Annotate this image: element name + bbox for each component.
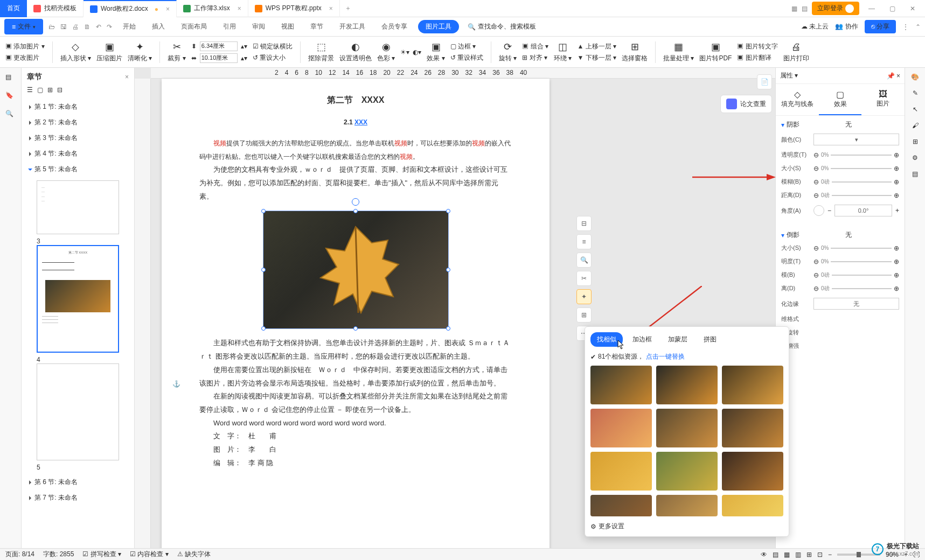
tab-xlsx[interactable]: 工作簿3.xlsx× xyxy=(177,0,248,17)
selection-pane-button[interactable]: ⊞选择窗格 xyxy=(622,41,648,63)
doc-tool-icon[interactable]: 📄 xyxy=(757,74,772,89)
zoom-option-icon[interactable]: 🔍 xyxy=(576,253,592,268)
rail-icon[interactable]: ⊞ xyxy=(913,138,918,145)
cooperate-button[interactable]: 👥 协作 xyxy=(835,22,858,31)
similar-image[interactable] xyxy=(722,452,783,491)
chevron-up-icon[interactable]: ⌃ xyxy=(915,23,921,31)
similar-image[interactable] xyxy=(656,366,718,404)
menu-review[interactable]: 审阅 xyxy=(247,17,270,37)
page-indicator[interactable]: 页面: 8/14 xyxy=(5,550,34,559)
angle-input[interactable]: 0.0° xyxy=(834,205,892,216)
chapter-item-selected[interactable]: 第 5 节: 未命名 xyxy=(27,162,129,177)
rail-icon[interactable]: 🖌 xyxy=(912,122,919,129)
pic-to-text-button[interactable]: ▣ 图片转文字 xyxy=(737,42,777,51)
chapter-item[interactable]: 第 3 节: 未命名 xyxy=(27,130,129,146)
reset-size-button[interactable]: ↺ 重设大小 xyxy=(253,53,293,62)
popup-tab-collage[interactable]: 拼图 xyxy=(697,332,723,347)
menu-references[interactable]: 引用 xyxy=(218,17,241,37)
view-icon[interactable]: ▥ xyxy=(795,551,801,558)
slider-inc[interactable]: ⊕ xyxy=(894,178,899,186)
similar-image[interactable] xyxy=(656,495,718,516)
send-backward-button[interactable]: ▼ 下移一层 ▾ xyxy=(577,53,616,62)
pic-to-pdf-button[interactable]: ▣图片转PDF xyxy=(699,41,732,63)
more-icon[interactable]: ⋮ xyxy=(902,23,909,31)
slider-dec[interactable]: ⊖ xyxy=(813,271,819,279)
slider-inc[interactable]: ⊕ xyxy=(894,165,899,172)
cloud-status[interactable]: ☁ 未上云 xyxy=(801,22,829,31)
chapter-item[interactable]: 第 2 节: 未命名 xyxy=(27,115,129,130)
resize-handle[interactable] xyxy=(446,209,450,213)
selected-image[interactable] xyxy=(263,211,449,329)
slider-dec[interactable]: ⊖ xyxy=(813,192,819,199)
close-icon[interactable]: × xyxy=(238,5,241,12)
tab-word-doc[interactable]: Word教程2.docx●× xyxy=(84,0,177,17)
view-icon[interactable]: 👁 xyxy=(761,551,767,558)
slider-inc[interactable]: ⊕ xyxy=(894,285,899,292)
chapter-item[interactable]: 第 4 节: 未命名 xyxy=(27,146,129,162)
save-icon[interactable]: 🖫 xyxy=(60,23,67,31)
resize-handle[interactable] xyxy=(446,268,450,272)
softedge-select[interactable]: 无 xyxy=(813,298,899,310)
sidebar-tool-icon[interactable]: ⊞ xyxy=(47,86,53,94)
resize-handle[interactable] xyxy=(261,209,266,213)
resize-handle[interactable] xyxy=(446,326,450,331)
print-icon[interactable]: 🖨 xyxy=(72,23,79,31)
undo-icon[interactable]: ↶ xyxy=(96,23,101,31)
rail-icon[interactable]: 🎨 xyxy=(911,73,919,81)
close-icon[interactable]: × xyxy=(329,5,333,12)
section-reflection[interactable]: ▾ 倒影无 xyxy=(781,230,899,240)
vertical-ruler[interactable] xyxy=(135,79,151,548)
redo-icon[interactable]: ↷ xyxy=(107,23,112,31)
home-tab[interactable]: 首页 xyxy=(0,0,27,17)
similar-image[interactable] xyxy=(656,452,718,491)
rotate-handle[interactable] xyxy=(352,198,359,206)
menu-chapter[interactable]: 章节 xyxy=(305,17,329,37)
popup-tab-border[interactable]: 加边框 xyxy=(626,332,658,347)
fit-icon[interactable]: ⊡ xyxy=(817,551,823,558)
horizontal-ruler[interactable]: 2 4 6 8 10 12 14 16 18 20 22 24 26 28 30… xyxy=(151,68,775,79)
color-button[interactable]: ◉色彩 ▾ xyxy=(377,41,395,63)
stepper-icon[interactable]: ▴▾ xyxy=(241,54,247,62)
effect-button[interactable]: ▣效果 ▾ xyxy=(427,41,444,63)
similar-image[interactable] xyxy=(722,495,783,516)
preview-icon[interactable]: 🗎 xyxy=(84,23,91,31)
command-search[interactable]: 🔍查找命令、搜索模板 xyxy=(468,22,536,31)
grid-option-icon[interactable]: ⊞ xyxy=(576,307,592,323)
pic-print-button[interactable]: 🖨图片打印 xyxy=(783,41,809,63)
color-select[interactable]: ▾ xyxy=(813,134,899,145)
tab-fill-line[interactable]: ◇填充与线条 xyxy=(776,84,819,115)
compress-button[interactable]: ▣压缩图片 xyxy=(96,41,122,63)
view-icon[interactable]: ▦ xyxy=(784,551,790,558)
view-icon[interactable]: ⊞ xyxy=(806,551,812,558)
close-window-button[interactable]: ✕ xyxy=(905,0,921,17)
page-thumbnail-selected[interactable]: 第二节 XXXX————————————————————————— xyxy=(37,245,119,353)
rail-icon[interactable]: ✎ xyxy=(913,89,918,97)
similar-image[interactable] xyxy=(656,409,718,447)
align-button[interactable]: ⊞ 对齐 ▾ xyxy=(522,53,548,62)
lock-ratio-checkbox[interactable]: ☑ 锁定纵横比 xyxy=(253,42,293,51)
content-check-button[interactable]: ☑ 内容检查 ▾ xyxy=(130,550,169,559)
tab-ppt[interactable]: WPS PPT教程.pptx× xyxy=(248,0,340,17)
wrap-option-icon[interactable]: ≡ xyxy=(576,234,592,249)
clarity-button[interactable]: ✦清晰化 ▾ xyxy=(128,41,152,63)
wrap-button[interactable]: ◫环绕 ▾ xyxy=(554,41,572,63)
slider-dec[interactable]: ⊖ xyxy=(813,285,819,292)
sidebar-tool-icon[interactable]: ⊟ xyxy=(57,86,62,94)
similar-image[interactable] xyxy=(590,495,652,516)
chapter-item[interactable]: 第 1 节: 未命名 xyxy=(27,99,129,115)
popup-tab-mask[interactable]: 加蒙层 xyxy=(662,332,694,347)
set-transparent-button[interactable]: ◐设置透明色 xyxy=(339,41,372,63)
change-picture-button[interactable]: ▣ 更改图片 xyxy=(5,53,45,62)
menu-vip[interactable]: 会员专享 xyxy=(376,17,413,37)
zoom-out-button[interactable]: − xyxy=(828,551,832,558)
pin-icon[interactable]: 📌 xyxy=(887,72,895,80)
maximize-button[interactable]: ▢ xyxy=(884,0,900,17)
slider-dec[interactable]: ⊖ xyxy=(813,178,819,186)
slider-inc[interactable]: ⊕ xyxy=(894,258,899,265)
tab-picture[interactable]: 🖼图片 xyxy=(861,84,905,115)
minimize-button[interactable]: — xyxy=(864,0,880,17)
width-input[interactable] xyxy=(200,53,238,63)
contrast-icon[interactable]: ◐▾ xyxy=(413,48,421,56)
shadow-preset-select[interactable]: 无 xyxy=(845,120,899,129)
paper-check-button[interactable]: 论文查重 xyxy=(720,95,772,113)
